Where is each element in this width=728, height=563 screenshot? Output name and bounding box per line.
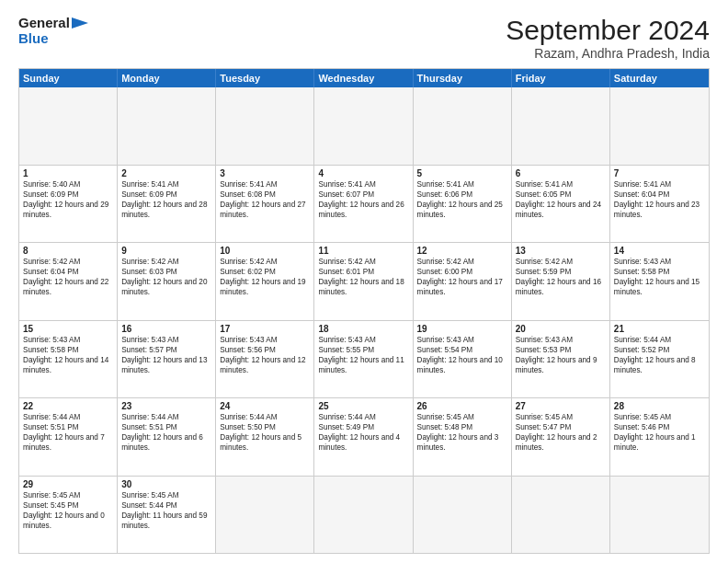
logo-blue: Blue bbox=[18, 30, 88, 46]
sunset-text: Sunset: 6:09 PM bbox=[121, 190, 211, 200]
daylight-text: Daylight: 12 hours and 10 minutes. bbox=[417, 355, 507, 375]
location-title: Razam, Andhra Pradesh, India bbox=[506, 46, 710, 61]
page: General Blue September 2024 Razam, Andhr… bbox=[0, 0, 728, 563]
sunset-text: Sunset: 6:05 PM bbox=[516, 190, 606, 200]
sunrise-text: Sunrise: 5:41 AM bbox=[516, 179, 606, 190]
day-number: 29 bbox=[23, 479, 113, 489]
sunrise-text: Sunrise: 5:41 AM bbox=[121, 179, 211, 190]
day-number: 28 bbox=[614, 401, 705, 411]
cal-cell-1-5: 6 Sunrise: 5:41 AM Sunset: 6:05 PM Dayli… bbox=[512, 166, 610, 243]
sunset-text: Sunset: 5:48 PM bbox=[417, 422, 507, 432]
cal-cell-2-1: 9 Sunrise: 5:42 AM Sunset: 6:03 PM Dayli… bbox=[118, 243, 216, 320]
daylight-text: Daylight: 12 hours and 0 minutes. bbox=[23, 511, 113, 531]
day-number: 18 bbox=[318, 324, 408, 334]
daylight-text: Daylight: 12 hours and 8 minutes. bbox=[614, 355, 705, 375]
day-number: 5 bbox=[417, 168, 507, 178]
daylight-text: Daylight: 12 hours and 17 minutes. bbox=[417, 277, 507, 297]
sunrise-text: Sunrise: 5:42 AM bbox=[318, 257, 408, 267]
daylight-text: Daylight: 12 hours and 11 minutes. bbox=[318, 355, 408, 375]
sunset-text: Sunset: 5:52 PM bbox=[614, 345, 705, 355]
logo: General Blue bbox=[18, 15, 88, 47]
sunrise-text: Sunrise: 5:45 AM bbox=[614, 412, 705, 422]
weekday-monday: Monday bbox=[118, 69, 216, 87]
cal-cell-5-0: 29 Sunrise: 5:45 AM Sunset: 5:45 PM Dayl… bbox=[19, 477, 118, 554]
day-number: 19 bbox=[417, 324, 507, 334]
logo-general: General bbox=[18, 15, 70, 30]
daylight-text: Daylight: 12 hours and 1 minute. bbox=[614, 432, 705, 453]
cal-cell-4-5: 27 Sunrise: 5:45 AM Sunset: 5:47 PM Dayl… bbox=[512, 398, 610, 476]
day-number: 12 bbox=[417, 246, 507, 256]
sunrise-text: Sunrise: 5:44 AM bbox=[318, 412, 408, 422]
daylight-text: Daylight: 12 hours and 14 minutes. bbox=[23, 355, 113, 375]
sunset-text: Sunset: 5:58 PM bbox=[614, 267, 705, 277]
day-number: 13 bbox=[516, 246, 606, 256]
sunrise-text: Sunrise: 5:43 AM bbox=[516, 335, 606, 345]
sunrise-text: Sunrise: 5:41 AM bbox=[318, 179, 408, 190]
sunrise-text: Sunrise: 5:44 AM bbox=[614, 335, 705, 345]
daylight-text: Daylight: 12 hours and 6 minutes. bbox=[121, 432, 211, 453]
sunset-text: Sunset: 5:59 PM bbox=[516, 267, 606, 277]
day-number: 14 bbox=[614, 246, 705, 256]
sunset-text: Sunset: 6:07 PM bbox=[318, 190, 408, 200]
cal-cell-3-5: 20 Sunrise: 5:43 AM Sunset: 5:53 PM Dayl… bbox=[512, 321, 610, 398]
day-number: 17 bbox=[220, 324, 310, 334]
day-number: 3 bbox=[220, 168, 310, 178]
month-title: September 2024 bbox=[506, 15, 710, 46]
cal-cell-1-4: 5 Sunrise: 5:41 AM Sunset: 6:06 PM Dayli… bbox=[414, 166, 512, 243]
sunrise-text: Sunrise: 5:44 AM bbox=[220, 412, 310, 422]
cal-cell-5-4 bbox=[414, 477, 512, 554]
sunset-text: Sunset: 6:02 PM bbox=[220, 267, 310, 277]
daylight-text: Daylight: 12 hours and 2 minutes. bbox=[516, 432, 606, 453]
daylight-text: Daylight: 12 hours and 13 minutes. bbox=[121, 355, 211, 375]
sunrise-text: Sunrise: 5:41 AM bbox=[220, 179, 310, 190]
sunrise-text: Sunrise: 5:43 AM bbox=[614, 257, 705, 267]
cal-cell-0-4 bbox=[414, 87, 512, 165]
cal-row-1: 1 Sunrise: 5:40 AM Sunset: 6:09 PM Dayli… bbox=[19, 166, 709, 244]
sunset-text: Sunset: 5:53 PM bbox=[516, 345, 606, 355]
cal-cell-3-4: 19 Sunrise: 5:43 AM Sunset: 5:54 PM Dayl… bbox=[414, 321, 512, 398]
header: General Blue September 2024 Razam, Andhr… bbox=[18, 15, 710, 61]
cal-cell-0-5 bbox=[512, 87, 610, 165]
sunset-text: Sunset: 6:01 PM bbox=[318, 267, 408, 277]
day-number: 27 bbox=[516, 401, 606, 411]
cal-row-5: 29 Sunrise: 5:45 AM Sunset: 5:45 PM Dayl… bbox=[19, 477, 709, 554]
calendar-header: Sunday Monday Tuesday Wednesday Thursday… bbox=[19, 69, 709, 87]
sunset-text: Sunset: 6:06 PM bbox=[417, 190, 507, 200]
cal-cell-3-6: 21 Sunrise: 5:44 AM Sunset: 5:52 PM Dayl… bbox=[610, 321, 709, 398]
daylight-text: Daylight: 12 hours and 29 minutes. bbox=[23, 200, 113, 220]
cal-cell-0-3 bbox=[314, 87, 413, 165]
daylight-text: Daylight: 12 hours and 9 minutes. bbox=[516, 355, 606, 375]
cal-cell-5-3 bbox=[314, 477, 413, 554]
sunset-text: Sunset: 5:49 PM bbox=[318, 422, 408, 432]
sunrise-text: Sunrise: 5:45 AM bbox=[516, 412, 606, 422]
cal-cell-1-3: 4 Sunrise: 5:41 AM Sunset: 6:07 PM Dayli… bbox=[314, 166, 413, 243]
sunrise-text: Sunrise: 5:41 AM bbox=[614, 179, 705, 190]
weekday-friday: Friday bbox=[512, 69, 610, 87]
cal-cell-5-2 bbox=[216, 477, 314, 554]
daylight-text: Daylight: 12 hours and 22 minutes. bbox=[23, 277, 113, 297]
logo-arrow bbox=[72, 16, 88, 30]
cal-cell-4-2: 24 Sunrise: 5:44 AM Sunset: 5:50 PM Dayl… bbox=[216, 398, 314, 476]
sunset-text: Sunset: 5:51 PM bbox=[23, 422, 113, 432]
cal-cell-3-3: 18 Sunrise: 5:43 AM Sunset: 5:55 PM Dayl… bbox=[314, 321, 413, 398]
sunrise-text: Sunrise: 5:42 AM bbox=[516, 257, 606, 267]
cal-cell-0-0 bbox=[19, 87, 118, 165]
day-number: 30 bbox=[121, 479, 211, 489]
cal-cell-0-2 bbox=[216, 87, 314, 165]
day-number: 22 bbox=[23, 401, 113, 411]
daylight-text: Daylight: 12 hours and 27 minutes. bbox=[220, 200, 310, 220]
daylight-text: Daylight: 12 hours and 26 minutes. bbox=[318, 200, 408, 220]
cal-cell-2-5: 13 Sunrise: 5:42 AM Sunset: 5:59 PM Dayl… bbox=[512, 243, 610, 320]
daylight-text: Daylight: 12 hours and 19 minutes. bbox=[220, 277, 310, 297]
sunset-text: Sunset: 5:56 PM bbox=[220, 345, 310, 355]
daylight-text: Daylight: 12 hours and 4 minutes. bbox=[318, 432, 408, 453]
day-number: 11 bbox=[318, 246, 408, 256]
sunset-text: Sunset: 5:46 PM bbox=[614, 422, 705, 432]
daylight-text: Daylight: 12 hours and 15 minutes. bbox=[614, 277, 705, 297]
daylight-text: Daylight: 12 hours and 25 minutes. bbox=[417, 200, 507, 220]
sunset-text: Sunset: 5:57 PM bbox=[121, 345, 211, 355]
day-number: 23 bbox=[121, 401, 211, 411]
cal-cell-5-5 bbox=[512, 477, 610, 554]
sunrise-text: Sunrise: 5:43 AM bbox=[23, 335, 113, 345]
sunset-text: Sunset: 6:04 PM bbox=[614, 190, 705, 200]
